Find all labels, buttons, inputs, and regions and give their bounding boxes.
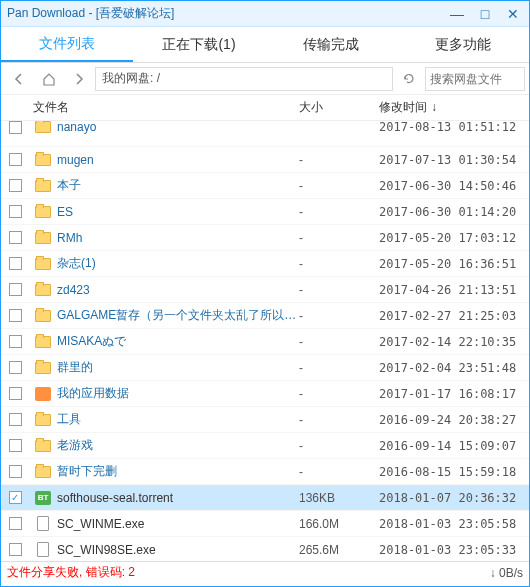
file-size: - — [299, 439, 379, 453]
file-row[interactable]: GALGAME暂存（另一个文件夹太乱了所以放...-2017-02-27 21:… — [1, 303, 529, 329]
file-time: 2017-05-20 17:03:12 — [379, 231, 529, 245]
home-button[interactable] — [35, 66, 63, 92]
file-row[interactable]: ES-2017-06-30 01:14:20 — [1, 199, 529, 225]
file-time: 2018-01-03 23:05:33 — [379, 543, 529, 557]
status-bar: 文件分享失败, 错误码: 2 ↓ 0B/s — [1, 561, 529, 583]
file-time: 2016-09-24 20:38:27 — [379, 413, 529, 427]
row-checkbox[interactable] — [9, 121, 22, 134]
file-time: 2017-05-20 16:36:51 — [379, 257, 529, 271]
back-button[interactable] — [5, 66, 33, 92]
column-time[interactable]: 修改时间↓ — [379, 99, 529, 116]
file-row[interactable]: 本子-2017-06-30 14:50:46 — [1, 173, 529, 199]
column-name[interactable]: 文件名 — [29, 99, 299, 116]
file-name: 工具 — [57, 411, 299, 428]
file-size: 136KB — [299, 491, 379, 505]
forward-button[interactable] — [65, 66, 93, 92]
arrow-left-icon — [12, 72, 26, 86]
folder-icon — [35, 121, 51, 133]
file-row[interactable]: BTsofthouse-seal.torrent136KB2018-01-07 … — [1, 485, 529, 511]
file-time: 2017-08-13 01:51:12 — [379, 121, 529, 134]
tab-2[interactable]: 传输完成 — [265, 27, 397, 62]
row-checkbox[interactable] — [9, 257, 22, 270]
file-size: 166.0M — [299, 517, 379, 531]
file-icon — [37, 516, 49, 531]
minimize-button[interactable]: — — [447, 6, 467, 22]
row-checkbox[interactable] — [9, 335, 22, 348]
file-row[interactable]: MISAKAぬで-2017-02-14 22:10:35 — [1, 329, 529, 355]
file-row[interactable]: RMh-2017-05-20 17:03:12 — [1, 225, 529, 251]
file-row[interactable]: 群里的-2017-02-04 23:51:48 — [1, 355, 529, 381]
file-row[interactable]: SC_WIN98SE.exe265.6M2018-01-03 23:05:33 — [1, 537, 529, 561]
folder-icon — [35, 414, 51, 426]
file-row[interactable]: 工具-2016-09-24 20:38:27 — [1, 407, 529, 433]
tab-0[interactable]: 文件列表 — [1, 27, 133, 62]
arrow-right-icon — [72, 72, 86, 86]
file-name: MISAKAぬで — [57, 333, 299, 350]
path-input[interactable]: 我的网盘: / — [95, 67, 393, 91]
folder-icon — [35, 284, 51, 296]
file-name: zd423 — [57, 283, 299, 297]
row-checkbox[interactable] — [9, 179, 22, 192]
row-checkbox[interactable] — [9, 543, 22, 556]
row-checkbox[interactable] — [9, 309, 22, 322]
column-size[interactable]: 大小 — [299, 99, 379, 116]
file-time: 2016-09-14 15:09:07 — [379, 439, 529, 453]
file-name: 我的应用数据 — [57, 385, 299, 402]
file-name: softhouse-seal.torrent — [57, 491, 299, 505]
file-time: 2017-02-04 23:51:48 — [379, 361, 529, 375]
folder-icon — [35, 440, 51, 452]
row-checkbox[interactable] — [9, 283, 22, 296]
tab-1[interactable]: 正在下载(1) — [133, 27, 265, 62]
row-checkbox[interactable] — [9, 387, 22, 400]
file-row[interactable]: 暂时下完删-2016-08-15 15:59:18 — [1, 459, 529, 485]
folder-icon — [35, 258, 51, 270]
close-button[interactable]: ✕ — [503, 6, 523, 22]
row-checkbox[interactable] — [9, 361, 22, 374]
file-size: - — [299, 179, 379, 193]
file-name: SC_WINME.exe — [57, 517, 299, 531]
row-checkbox[interactable] — [9, 491, 22, 504]
file-size: - — [299, 283, 379, 297]
file-row[interactable]: 杂志(1)-2017-05-20 16:36:51 — [1, 251, 529, 277]
file-row[interactable]: nanayo2017-08-13 01:51:12 — [1, 121, 529, 147]
row-checkbox[interactable] — [9, 465, 22, 478]
torrent-icon: BT — [35, 491, 51, 505]
file-size: - — [299, 335, 379, 349]
file-size: 265.6M — [299, 543, 379, 557]
file-name: 暂时下完删 — [57, 463, 299, 480]
file-time: 2017-02-27 21:25:03 — [379, 309, 529, 323]
file-name: RMh — [57, 231, 299, 245]
file-list: nanayo2017-08-13 01:51:12mugen-2017-07-1… — [1, 121, 529, 561]
file-time: 2017-06-30 01:14:20 — [379, 205, 529, 219]
sort-arrow-icon: ↓ — [431, 100, 437, 114]
status-speed: ↓ 0B/s — [490, 566, 523, 580]
file-row[interactable]: zd423-2017-04-26 21:13:51 — [1, 277, 529, 303]
file-name: nanayo — [57, 121, 299, 134]
row-checkbox[interactable] — [9, 413, 22, 426]
row-checkbox[interactable] — [9, 153, 22, 166]
refresh-button[interactable] — [395, 66, 423, 92]
file-row[interactable]: SC_WINME.exe166.0M2018-01-03 23:05:58 — [1, 511, 529, 537]
folder-icon — [35, 362, 51, 374]
file-name: 老游戏 — [57, 437, 299, 454]
file-size: - — [299, 387, 379, 401]
main-tabs: 文件列表正在下载(1)传输完成更多功能 — [1, 27, 529, 63]
search-input[interactable] — [425, 67, 525, 91]
tab-3[interactable]: 更多功能 — [397, 27, 529, 62]
row-checkbox[interactable] — [9, 231, 22, 244]
file-name: 本子 — [57, 177, 299, 194]
file-size: - — [299, 205, 379, 219]
row-checkbox[interactable] — [9, 205, 22, 218]
row-checkbox[interactable] — [9, 439, 22, 452]
maximize-button[interactable]: □ — [475, 6, 495, 22]
folder-icon — [35, 310, 51, 322]
file-row[interactable]: 我的应用数据-2017-01-17 16:08:17 — [1, 381, 529, 407]
file-name: ES — [57, 205, 299, 219]
file-name: GALGAME暂存（另一个文件夹太乱了所以放... — [57, 307, 299, 324]
file-row[interactable]: mugen-2017-07-13 01:30:54 — [1, 147, 529, 173]
window-buttons: — □ ✕ — [447, 6, 523, 22]
file-size: - — [299, 309, 379, 323]
file-row[interactable]: 老游戏-2016-09-14 15:09:07 — [1, 433, 529, 459]
folder-icon — [35, 336, 51, 348]
row-checkbox[interactable] — [9, 517, 22, 530]
